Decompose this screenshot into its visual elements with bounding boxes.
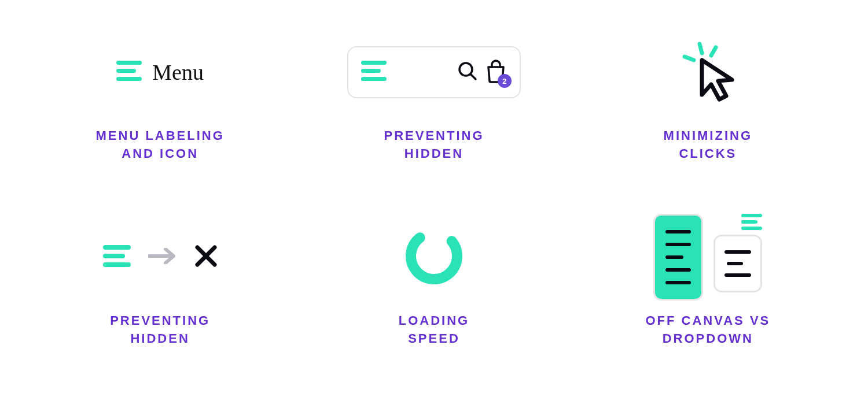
svg-line-8 — [700, 44, 702, 53]
hamburger-icon — [103, 245, 131, 269]
card-caption: MINIMIZING CLICKS — [664, 127, 752, 163]
card-caption: PREVENTING HIDDEN — [384, 127, 484, 163]
spinner-icon — [402, 224, 466, 290]
card-preventing-hidden-toggle: PREVENTING HIDDEN — [23, 196, 297, 381]
icon-area — [571, 208, 845, 306]
svg-point-17 — [402, 224, 466, 288]
card-minimizing-clicks: MINIMIZING CLICKS — [571, 12, 845, 196]
card-offcanvas-vs-dropdown: OFF CANVAS VS DROPDOWN — [571, 196, 845, 381]
hamburger-icon — [741, 214, 762, 230]
menu-label-combo: Menu — [116, 60, 204, 85]
svg-line-9 — [685, 57, 694, 60]
search-icon — [457, 61, 478, 84]
svg-rect-1 — [116, 69, 136, 73]
svg-rect-4 — [361, 69, 381, 73]
close-icon — [194, 244, 218, 270]
icon-area — [571, 23, 845, 121]
compare-row — [653, 214, 762, 301]
card-loading-speed: LOADING SPEED — [297, 196, 571, 381]
menu-word: Menu — [152, 60, 204, 85]
icon-area: Menu — [23, 23, 297, 121]
header-bar: 2 — [347, 46, 521, 98]
icon-area — [23, 208, 297, 306]
svg-rect-13 — [103, 262, 131, 267]
transition-row — [103, 244, 218, 270]
card-caption: LOADING SPEED — [399, 312, 469, 348]
cards-grid: Menu MENU LABELING AND ICON — [0, 0, 868, 393]
dropdown-panel-icon — [713, 214, 762, 292]
svg-rect-0 — [116, 61, 142, 65]
arrow-right-icon — [148, 248, 177, 266]
card-menu-labeling: Menu MENU LABELING AND ICON — [23, 12, 297, 196]
bag-badge: 2 — [498, 74, 512, 88]
svg-rect-5 — [361, 77, 387, 81]
hamburger-icon — [361, 61, 387, 84]
hamburger-icon — [116, 61, 142, 84]
svg-rect-2 — [116, 77, 142, 81]
offcanvas-panel-icon — [653, 214, 703, 301]
card-preventing-hidden-header: 2 PREVENTING HIDDEN — [297, 12, 571, 196]
svg-rect-12 — [103, 254, 125, 258]
card-caption: OFF CANVAS VS DROPDOWN — [645, 312, 770, 348]
cursor-click-icon — [673, 39, 742, 105]
icon-area — [297, 208, 571, 306]
icon-area: 2 — [297, 23, 571, 121]
shopping-bag-icon: 2 — [485, 59, 507, 86]
svg-line-10 — [711, 47, 716, 55]
card-caption: MENU LABELING AND ICON — [96, 127, 225, 163]
svg-rect-3 — [361, 61, 387, 65]
svg-rect-11 — [103, 245, 131, 250]
card-caption: PREVENTING HIDDEN — [110, 312, 210, 348]
svg-line-7 — [470, 74, 476, 79]
